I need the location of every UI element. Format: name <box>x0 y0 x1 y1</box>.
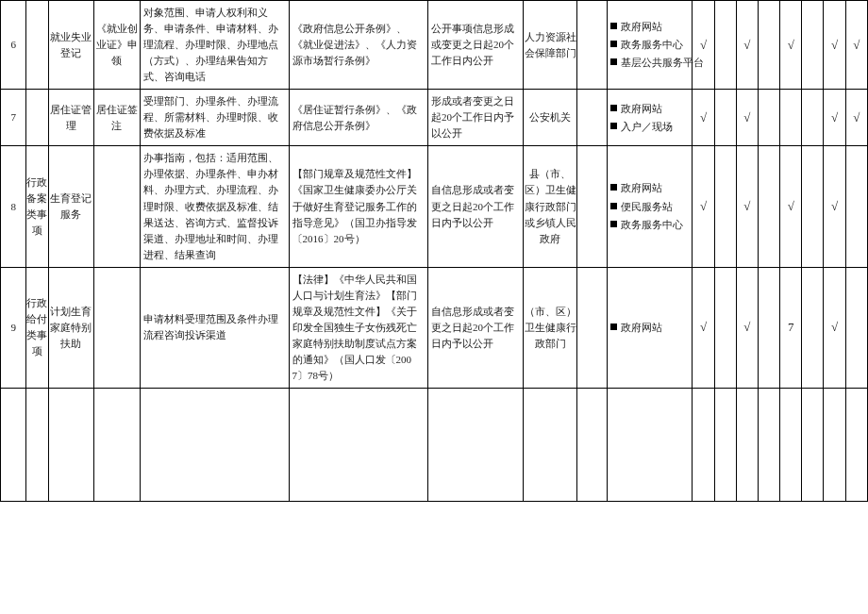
check-cell: √ <box>693 90 714 146</box>
channel-item: 政务服务中心 <box>610 37 690 53</box>
channel-label: 政府网站 <box>621 21 662 32</box>
empty-cell <box>577 389 608 502</box>
square-icon <box>610 58 617 65</box>
channels: 政府网站 <box>607 267 693 388</box>
channel-item: 入户／现场 <box>610 119 690 135</box>
empty-cell <box>94 389 140 502</box>
channels: 政府网站政务服务中心基层公共服务平台 <box>607 1 693 90</box>
channel-item: 政府网站 <box>610 180 690 196</box>
basis: 《政府信息公开条例》、《就业促进法》、《人力资源市场暂行条例》 <box>289 1 428 90</box>
check-cell: √ <box>693 1 714 90</box>
empty-cell <box>714 389 736 502</box>
check-cell <box>802 90 824 146</box>
empty-cell <box>845 389 867 502</box>
subject2 <box>577 1 608 90</box>
check-cell <box>714 1 736 90</box>
empty-cell <box>824 389 845 502</box>
check-cell: √ <box>736 90 758 146</box>
subject: 人力资源社会保障部门 <box>524 1 577 90</box>
row-number: 7 <box>1 90 26 146</box>
square-icon <box>610 105 617 111</box>
timelimit: 自信息形成或者变更之日起20个工作日内予以公开 <box>428 146 524 267</box>
channel-label: 政府网站 <box>621 103 662 114</box>
row-number: 9 <box>1 267 26 388</box>
channel-label: 便民服务站 <box>621 201 673 212</box>
channel-item: 政务服务中心 <box>610 217 690 233</box>
check-cell: √ <box>736 267 758 388</box>
subject: 县（市、区）卫生健康行政部门或乡镇人民政府 <box>524 146 577 267</box>
content: 受理部门、办理条件、办理流程、所需材料、办理时限、收费依据及标准 <box>140 90 289 146</box>
check-cell <box>758 1 779 90</box>
sub-item <box>94 267 140 388</box>
check-cell: √ <box>845 1 867 90</box>
check-cell: √ <box>780 146 802 267</box>
check-cell: √ <box>824 1 845 90</box>
empty-cell <box>26 389 48 502</box>
channels: 政府网站便民服务站政务服务中心 <box>607 146 693 267</box>
check-cell <box>845 267 867 388</box>
check-cell <box>802 1 824 90</box>
check-cell <box>758 267 779 388</box>
empty-cell <box>140 389 289 502</box>
square-icon <box>610 23 617 29</box>
check-cell: √ <box>824 146 845 267</box>
channel-label: 基层公共服务平台 <box>621 57 704 68</box>
empty-cell <box>428 389 524 502</box>
timelimit: 形成或者变更之日起20个工作日内予以公开 <box>428 90 524 146</box>
empty-cell <box>289 389 428 502</box>
disclosure-table: 6就业失业登记《就业创业证》申领对象范围、申请人权利和义务、申请条件、申请材料、… <box>0 0 868 502</box>
sub-item: 居住证签注 <box>94 90 140 146</box>
check-cell <box>758 146 779 267</box>
empty-cell <box>524 389 577 502</box>
empty-cell <box>802 389 824 502</box>
content: 对象范围、申请人权利和义务、申请条件、申请材料、办理流程、办理时限、办理地点（方… <box>140 1 289 90</box>
channel-item: 基层公共服务平台 <box>610 55 690 71</box>
empty-cell <box>758 389 779 502</box>
basis: 【法律】《中华人民共和国人口与计划生育法》【部门规章及规范性文件】《关于印发全国… <box>289 267 428 388</box>
subject2 <box>577 146 608 267</box>
row-number: 6 <box>1 1 26 90</box>
check-cell <box>758 90 779 146</box>
check-cell <box>780 90 802 146</box>
check-cell: 7 <box>780 267 802 388</box>
square-icon <box>610 41 617 47</box>
empty-cell <box>607 389 693 502</box>
channel-label: 政务服务中心 <box>621 219 683 230</box>
check-cell: √ <box>824 90 845 146</box>
empty-cell <box>780 389 802 502</box>
check-cell <box>714 90 736 146</box>
content: 办事指南，包括：适用范围、办理依据、办理条件、申办材料、办理方式、办理流程、办理… <box>140 146 289 267</box>
square-icon <box>610 123 617 129</box>
item-name: 就业失业登记 <box>48 1 93 90</box>
empty-cell <box>1 389 26 502</box>
table-row: 6就业失业登记《就业创业证》申领对象范围、申请人权利和义务、申请条件、申请材料、… <box>1 1 868 90</box>
category <box>26 1 48 90</box>
check-cell <box>845 146 867 267</box>
square-icon <box>610 221 617 227</box>
channel-label: 入户／现场 <box>621 121 673 132</box>
timelimit: 自信息形成或者变更之日起20个工作日内予以公开 <box>428 267 524 388</box>
content: 申请材料受理范围及条件办理流程咨询投诉渠道 <box>140 267 289 388</box>
category: 行政备案类事项 <box>26 146 48 267</box>
channel-label: 政府网站 <box>621 182 662 193</box>
table-row: 9行政给付类事项计划生育家庭特别扶助申请材料受理范围及条件办理流程咨询投诉渠道【… <box>1 267 868 388</box>
channel-item: 政府网站 <box>610 19 690 35</box>
empty-cell <box>48 389 93 502</box>
check-cell: √ <box>824 267 845 388</box>
check-cell: √ <box>736 1 758 90</box>
channels: 政府网站入户／现场 <box>607 90 693 146</box>
basis: 【部门规章及规范性文件】《国家卫生健康委办公厅关于做好生育登记服务工作的指导意见… <box>289 146 428 267</box>
channel-label: 政府网站 <box>621 322 662 333</box>
check-cell <box>714 267 736 388</box>
subject: （市、区）卫生健康行政部门 <box>524 267 577 388</box>
channel-item: 政府网站 <box>610 320 690 336</box>
category: 行政给付类事项 <box>26 267 48 388</box>
subject2 <box>577 90 608 146</box>
check-cell: √ <box>780 1 802 90</box>
category <box>26 90 48 146</box>
check-cell <box>714 146 736 267</box>
check-cell <box>802 267 824 388</box>
item-name: 计划生育家庭特别扶助 <box>48 267 93 388</box>
square-icon <box>610 203 617 209</box>
item-name: 生育登记服务 <box>48 146 93 267</box>
